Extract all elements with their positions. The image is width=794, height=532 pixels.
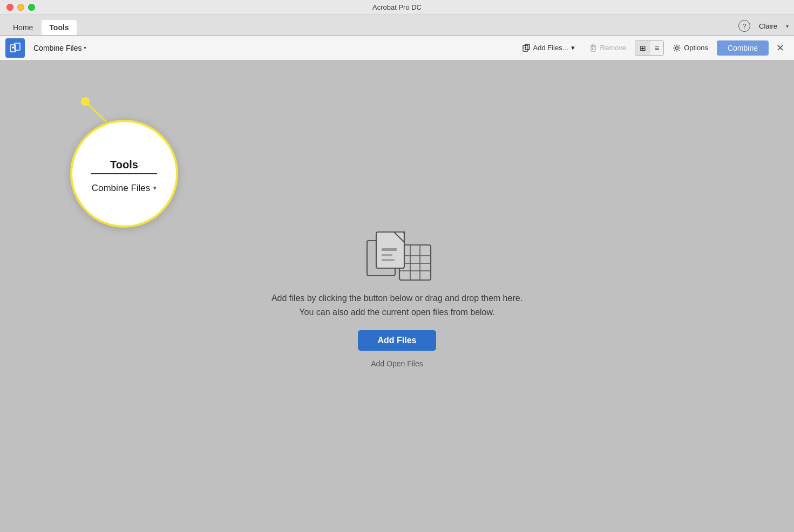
title-bar: Acrobat Pro DC xyxy=(0,0,794,15)
help-button[interactable]: ? xyxy=(738,20,750,32)
close-panel-button[interactable]: ✕ xyxy=(772,40,789,56)
remove-label: Remove xyxy=(600,44,626,52)
combine-files-caret-icon: ▾ xyxy=(84,45,86,51)
main-content: Add files by clicking the button below o… xyxy=(0,60,794,532)
zoom-circle-content: Tools Combine Files ▾ xyxy=(72,146,176,202)
view-list-button[interactable]: ≡ xyxy=(650,41,663,55)
add-open-files-link[interactable]: Add Open Files xyxy=(371,359,423,368)
options-label: Options xyxy=(684,44,708,52)
drop-text-line2: You can also add the current open files … xyxy=(299,308,494,317)
toolbar: Combine Files ▾ Add Files... ▾ Remove ⊞ … xyxy=(0,36,794,60)
close-button[interactable] xyxy=(6,4,13,11)
svg-point-27 xyxy=(82,98,89,105)
drop-text: Add files by clicking the button below o… xyxy=(272,291,522,319)
zoom-combine-files: Combine Files ▾ xyxy=(92,183,157,194)
user-caret-icon: ▾ xyxy=(786,23,789,29)
user-name[interactable]: Claire xyxy=(759,22,777,30)
zoom-circle: Tools Combine Files ▾ xyxy=(70,120,178,228)
annotation-line-svg xyxy=(43,93,259,201)
tab-tools[interactable]: Tools xyxy=(42,20,76,35)
traffic-lights xyxy=(6,4,35,11)
combine-brand-icon xyxy=(5,38,25,58)
drop-text-line1: Add files by clicking the button below o… xyxy=(272,294,522,303)
nav-bar: Home Tools ? Claire ▾ xyxy=(0,15,794,36)
add-files-caret-icon: ▾ xyxy=(571,44,575,52)
maximize-button[interactable] xyxy=(28,4,35,11)
svg-rect-8 xyxy=(591,46,595,51)
view-grid-button[interactable]: ⊞ xyxy=(635,41,650,55)
gear-icon xyxy=(673,44,681,52)
add-files-button[interactable]: Add Files... ▾ xyxy=(517,41,580,55)
nav-bar-right: ? Claire ▾ xyxy=(738,20,789,35)
drop-zone: Add files by clicking the button below o… xyxy=(272,224,522,367)
combine-files-dropdown[interactable]: Combine Files ▾ xyxy=(30,42,90,54)
options-button[interactable]: Options xyxy=(667,41,714,55)
tab-home[interactable]: Home xyxy=(5,20,40,35)
svg-rect-24 xyxy=(382,248,397,251)
window-title: Acrobat Pro DC xyxy=(372,3,422,11)
remove-button[interactable]: Remove xyxy=(583,41,632,55)
files-illustration xyxy=(364,224,429,278)
svg-rect-26 xyxy=(382,259,395,261)
add-files-icon xyxy=(522,44,531,52)
svg-rect-25 xyxy=(382,254,392,256)
combine-action-button[interactable]: Combine xyxy=(717,40,769,56)
svg-point-13 xyxy=(676,46,678,49)
view-toggle: ⊞ ≡ xyxy=(635,40,664,56)
combine-svg-icon xyxy=(9,42,21,54)
zoom-tools-label: Tools xyxy=(91,159,157,174)
zoom-caret-icon: ▾ xyxy=(153,185,157,192)
zoom-combine-label: Combine Files xyxy=(92,183,151,194)
minimize-button[interactable] xyxy=(17,4,24,11)
svg-line-28 xyxy=(85,101,125,140)
add-files-main-button[interactable]: Add Files xyxy=(358,330,436,351)
combine-files-label: Combine Files xyxy=(33,44,82,52)
files-svg-icon xyxy=(364,224,435,284)
trash-icon xyxy=(589,44,598,52)
add-files-label: Add Files... xyxy=(533,44,568,52)
